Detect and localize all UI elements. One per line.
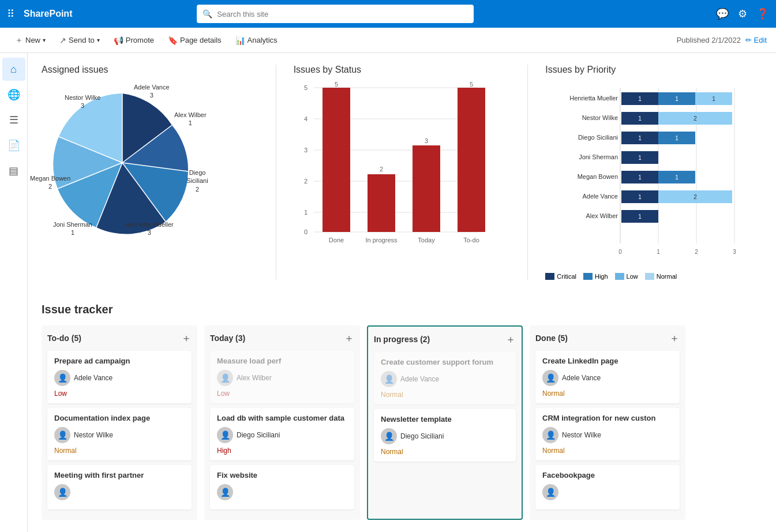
legend-normal: Normal: [645, 273, 677, 280]
legend-high: High: [583, 273, 608, 280]
sidebar-item-list[interactable]: ☰: [2, 108, 25, 132]
kanban-card: Create LinkedIn page 👤 Adele Vance Norma…: [535, 351, 680, 403]
priority-tag: Normal: [54, 447, 185, 455]
pie-label-nestorwilke: Nestor Wilke3: [65, 93, 100, 110]
settings-icon[interactable]: ⚙: [738, 8, 747, 20]
waffle-icon[interactable]: ⠿: [7, 8, 14, 20]
done-add-button[interactable]: ＋: [669, 331, 680, 345]
avatar: 👤: [54, 484, 70, 500]
new-button[interactable]: ＋ New ▾: [9, 33, 51, 48]
sidebar-item-home[interactable]: ⌂: [2, 58, 25, 81]
toolbar-right: Published 2/1/2022 ✏ Edit: [677, 36, 767, 44]
card-user: 👤 Nestor Wilke: [542, 427, 673, 443]
avatar: 👤: [217, 427, 233, 443]
todo-add-button[interactable]: ＋: [181, 331, 192, 345]
avatar: 👤: [381, 428, 397, 444]
svg-text:Alex Wilber: Alex Wilber: [586, 212, 618, 219]
avatar: 👤: [217, 484, 233, 500]
priority-tag: Normal: [381, 391, 509, 399]
plus-icon: ＋: [15, 35, 23, 46]
svg-text:5: 5: [304, 84, 308, 91]
kanban-card: Load db with sample customer data 👤 Dieg…: [210, 408, 354, 460]
pie-label-jonisherman: Joni Sherman1: [53, 220, 92, 237]
svg-text:3: 3: [425, 137, 428, 144]
svg-text:In progress: In progress: [365, 237, 398, 243]
inprogress-add-button[interactable]: ＋: [505, 332, 516, 346]
avatar: 👤: [217, 370, 233, 386]
svg-text:Nestor Wilke: Nestor Wilke: [582, 114, 618, 121]
sidebar-item-stack[interactable]: ▤: [2, 159, 25, 182]
svg-text:1: 1: [713, 96, 716, 102]
svg-text:Diego Siciliani: Diego Siciliani: [578, 134, 618, 141]
chart-icon: 📊: [235, 36, 245, 45]
svg-text:0: 0: [304, 228, 308, 235]
sendto-button[interactable]: ↗ Send to ▾: [54, 33, 106, 47]
chart-separator-1: [276, 65, 276, 280]
kanban-card: Measure load perf 👤 Alex Wilber Low: [210, 351, 354, 403]
svg-text:1: 1: [676, 96, 679, 102]
priority-tag: Normal: [542, 447, 673, 455]
svg-text:0: 0: [619, 249, 623, 255]
svg-text:1: 1: [657, 249, 661, 255]
svg-text:1: 1: [639, 194, 642, 200]
today-add-button[interactable]: ＋: [344, 331, 354, 345]
search-bar: 🔍: [197, 5, 474, 23]
svg-text:Today: Today: [418, 237, 435, 243]
toolbar: ＋ New ▾ ↗ Send to ▾ 📢 Promote 🔖 Page det…: [0, 28, 776, 53]
avatar: 👤: [381, 371, 397, 387]
svg-text:1: 1: [676, 174, 679, 181]
priority-tag: High: [217, 447, 347, 455]
kanban-card: Prepare ad campaign 👤 Adele Vance Low: [47, 351, 192, 403]
sidebar-item-file[interactable]: 📄: [2, 134, 25, 157]
sidebar-item-globe[interactable]: 🌐: [2, 83, 25, 106]
issues-by-priority-chart: Issues by Priority 0 1 2 3 Henrietta Mue…: [545, 65, 762, 280]
legend-normal-swatch: [645, 273, 654, 280]
nav-icons: 💬 ⚙ ❓: [716, 8, 769, 20]
card-user: 👤 Adele Vance: [542, 370, 673, 386]
kanban-card: Fix website 👤: [210, 465, 354, 509]
svg-text:Henrietta Mueller: Henrietta Mueller: [570, 95, 618, 102]
analytics-button[interactable]: 📊 Analytics: [230, 33, 283, 47]
svg-rect-21: [368, 174, 395, 232]
kanban-col-today: Today (3) ＋ Measure load perf 👤 Alex Wil…: [204, 325, 360, 520]
promote-button[interactable]: 📢 Promote: [108, 33, 160, 47]
info-icon: 🔖: [168, 36, 178, 45]
share-icon: ↗: [59, 36, 66, 45]
chart-separator-2: [527, 65, 528, 280]
edit-button[interactable]: ✏ Edit: [745, 36, 767, 44]
avatar: 👤: [54, 427, 70, 443]
pie-label-alexwilber: Alex Wilber1: [174, 111, 207, 128]
assigned-issues-title: Assigned issues: [42, 65, 258, 75]
chevron-down-icon: ▾: [97, 37, 100, 43]
svg-rect-25: [458, 88, 485, 232]
svg-text:Adele Vance: Adele Vance: [583, 193, 618, 200]
svg-text:2: 2: [380, 166, 383, 173]
search-input[interactable]: [217, 10, 468, 18]
svg-text:To-do: To-do: [463, 237, 479, 243]
legend-critical: Critical: [545, 273, 576, 280]
kanban-col-todo-header: To-do (5) ＋: [47, 331, 192, 345]
svg-text:2: 2: [695, 249, 699, 255]
chevron-down-icon: ▾: [43, 37, 46, 43]
svg-text:1: 1: [639, 213, 642, 220]
svg-rect-23: [413, 145, 440, 232]
help-icon[interactable]: ❓: [756, 8, 769, 20]
kanban-card: Documentation index page 👤 Nestor Wilke …: [47, 408, 192, 460]
issue-tracker-section: Issue tracker To-do (5) ＋ Prepare ad cam…: [42, 303, 762, 520]
comment-icon[interactable]: 💬: [716, 8, 729, 20]
priority-tag: Low: [54, 389, 185, 398]
issues-by-priority-title: Issues by Priority: [545, 65, 762, 75]
bar-chart-svg: 5 4 3 2 1 0 5: [294, 82, 490, 255]
charts-section: Assigned issues: [42, 65, 762, 280]
layout: ⌂ 🌐 ☰ 📄 ▤ Assigned issues: [0, 53, 776, 532]
svg-text:5: 5: [335, 82, 338, 88]
avatar: 👤: [542, 370, 558, 386]
main-content: Assigned issues: [28, 53, 776, 532]
pie-label-adelevance: Adele Vance3: [134, 83, 170, 100]
svg-text:Joni Sherman: Joni Sherman: [579, 153, 618, 160]
page-details-button[interactable]: 🔖 Page details: [162, 33, 227, 47]
kanban-col-today-header: Today (3) ＋: [210, 331, 354, 345]
priority-tag: Low: [217, 389, 347, 398]
priority-tag: Normal: [542, 389, 673, 398]
top-navbar: ⠿ SharePoint 🔍 💬 ⚙ ❓: [0, 0, 776, 28]
